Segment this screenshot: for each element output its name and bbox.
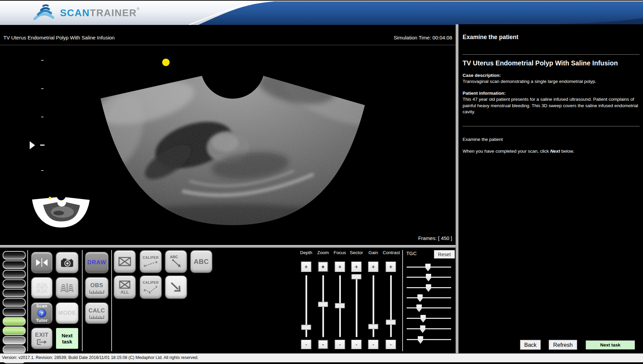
gain-slider-track[interactable] <box>373 275 374 337</box>
preset-pill-2[interactable] <box>3 261 26 269</box>
focus-slider-thumb[interactable] <box>335 303 345 308</box>
depth-plus-button[interactable]: + <box>301 262 312 272</box>
focus-plus-button[interactable]: + <box>335 262 345 272</box>
depth-slider-track[interactable] <box>305 275 307 337</box>
caliper-line-icon: x x <box>143 260 158 267</box>
scan-tutor-label-top: Scan <box>36 303 47 308</box>
caliper-trace-icon: x x x <box>143 285 158 294</box>
caliper-button[interactable]: CALIPER x x <box>140 250 162 273</box>
tgc-track-6[interactable] <box>407 318 451 319</box>
preset-pill-6[interactable] <box>3 298 26 307</box>
arrow-diagonal-icon <box>169 281 183 293</box>
tgc-thumb-7[interactable] <box>420 325 426 333</box>
sector-plus-button[interactable]: + <box>351 262 362 272</box>
preset-pill-9[interactable] <box>3 327 26 335</box>
depth-minus-button[interactable]: - <box>301 340 312 349</box>
tgc-track-3[interactable] <box>407 287 451 288</box>
tgc-thumb-1[interactable] <box>425 264 431 271</box>
tgc-track-7[interactable] <box>407 328 451 329</box>
preset-pill-4[interactable] <box>3 279 26 288</box>
delete-annotation-button[interactable] <box>114 250 136 273</box>
tgc-thumb-3[interactable] <box>426 284 431 292</box>
text-label-button[interactable]: ABC <box>191 250 212 273</box>
scan-tutor-button[interactable]: Scan ? Tutor <box>31 303 52 324</box>
gain-minus-button[interactable]: - <box>368 340 379 349</box>
tgc-reset-button[interactable]: Reset <box>434 250 455 259</box>
caliper-trace-label: CALIPER <box>143 281 158 284</box>
obs-label: OBS <box>90 282 103 289</box>
sector-slider-track[interactable] <box>356 275 357 337</box>
tgc-label: TGC <box>406 251 417 256</box>
next-task-button[interactable]: Next task <box>586 340 635 350</box>
tgc-track-2[interactable] <box>407 277 451 278</box>
instruction-part-a: When you have completed your scan, click <box>463 149 550 154</box>
label-arrow-button[interactable]: ABC <box>165 250 187 273</box>
contrast-plus-button[interactable]: + <box>386 262 396 272</box>
probe-position-marker <box>162 59 170 66</box>
svg-text:x: x <box>155 285 157 289</box>
tgc-thumb-6[interactable] <box>420 315 426 323</box>
draw-button[interactable]: DRAW <box>85 252 108 273</box>
preset-pill-10[interactable] <box>3 336 26 344</box>
sector-minus-button[interactable]: - <box>351 340 362 349</box>
sector-slider: Sector + - <box>348 250 364 352</box>
zoom-plus-button[interactable]: + <box>318 262 328 272</box>
sidebar-case-title: TV Uterus Endometrial Polyp With Saline … <box>463 59 618 67</box>
preset-pill-5[interactable] <box>3 289 26 297</box>
dual-view-button[interactable] <box>56 277 78 298</box>
exit-label: EXIT <box>35 332 49 338</box>
zoom-slider-track[interactable] <box>322 275 324 337</box>
sector-slider-thumb[interactable] <box>352 274 361 279</box>
delete-all-button[interactable]: ALL <box>114 276 136 299</box>
contrast-slider-track[interactable] <box>390 275 392 337</box>
caliper-trace-button[interactable]: CALIPER x x x <box>140 276 162 299</box>
tgc-thumb-8[interactable] <box>418 336 423 344</box>
depth-slider-thumb[interactable] <box>301 325 311 330</box>
contrast-slider-thumb[interactable] <box>386 320 396 325</box>
caliper-label: CALIPER <box>143 256 158 260</box>
preset-pill-7[interactable] <box>3 308 26 316</box>
zoom-slider-thumb[interactable] <box>318 302 328 307</box>
contrast-minus-button[interactable]: - <box>386 340 396 349</box>
tgc-track-5[interactable] <box>407 307 451 308</box>
panel-separator-bar <box>456 24 459 353</box>
gain-plus-button[interactable]: + <box>368 262 379 272</box>
focus-slider-track[interactable] <box>339 275 341 337</box>
tgc-track-1[interactable] <box>407 267 451 268</box>
focus-minus-button[interactable]: - <box>335 340 345 349</box>
preset-pill-11[interactable] <box>3 345 26 354</box>
panel-next-task-line2: task <box>62 339 72 344</box>
preset-pill-stack <box>3 251 26 364</box>
panel-next-task-line1: Next <box>62 333 73 338</box>
pointer-arrow-button[interactable] <box>165 276 187 299</box>
instruction-next-word: Next <box>550 149 560 154</box>
mode-button[interactable]: MODE <box>56 303 78 324</box>
obs-button[interactable]: OBS <box>85 277 108 298</box>
zoom-label: Zoom <box>315 250 331 255</box>
tgc-track-8[interactable] <box>407 339 451 340</box>
tgc-thumb-2[interactable] <box>426 274 431 281</box>
gain-slider-thumb[interactable] <box>369 324 378 329</box>
case-description-label: Case description: <box>463 72 501 79</box>
panel-next-task-button[interactable]: Next task <box>56 328 78 349</box>
preset-pill-1[interactable] <box>3 251 26 260</box>
task-sidebar: Examine the patient TV Uterus Endometria… <box>459 24 643 353</box>
tgc-thumb-4[interactable] <box>417 294 423 302</box>
refresh-button[interactable]: Refresh <box>549 340 577 350</box>
preset-pill-3[interactable] <box>3 270 26 278</box>
zoom-minus-button[interactable]: - <box>318 340 328 349</box>
tgc-thumb-5[interactable] <box>416 304 422 312</box>
quad-view-button[interactable] <box>31 277 52 298</box>
preset-pill-8[interactable] <box>3 317 26 326</box>
flip-horizontal-icon <box>35 257 49 268</box>
back-button[interactable]: Back <box>520 340 541 350</box>
gain-label: Gain <box>365 250 381 255</box>
calc-button[interactable]: CALC <box>85 303 108 324</box>
snapshot-button[interactable] <box>56 252 78 273</box>
panel-top-bar <box>0 245 456 248</box>
exit-button[interactable]: EXIT <box>31 328 52 349</box>
delete-all-label: ALL <box>121 290 129 295</box>
flip-image-button[interactable] <box>31 252 52 273</box>
ultrasound-image[interactable] <box>0 46 456 236</box>
tgc-track-4[interactable] <box>407 297 451 298</box>
